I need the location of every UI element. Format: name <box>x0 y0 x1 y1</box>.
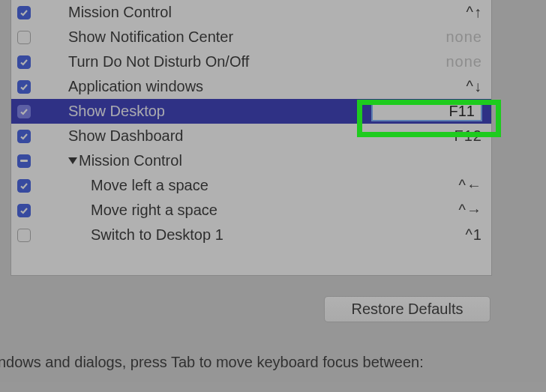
checkbox[interactable] <box>17 31 31 44</box>
checkbox[interactable] <box>17 204 31 217</box>
checkbox-mixed[interactable] <box>17 154 31 168</box>
shortcut-row-move-left[interactable]: Move left a space ^← <box>11 173 491 198</box>
row-label: Show Desktop <box>68 103 165 120</box>
checkbox[interactable] <box>17 6 31 19</box>
footer-help-text: ndows and dialogs, press Tab to move key… <box>0 354 545 371</box>
row-label: Move left a space <box>91 177 208 194</box>
checkbox[interactable] <box>17 229 31 242</box>
shortcut-key[interactable]: ^↓ <box>422 78 482 95</box>
shortcut-row-dnd[interactable]: Turn Do Not Disturb On/Off none <box>11 49 491 74</box>
row-label: Show Dashboard <box>68 127 183 145</box>
checkbox[interactable] <box>17 130 31 143</box>
shortcut-key[interactable]: F12 <box>422 127 482 145</box>
checkbox[interactable] <box>17 55 31 69</box>
shortcut-input[interactable] <box>371 101 482 121</box>
shortcut-row-show-dashboard[interactable]: Show Dashboard F12 <box>11 124 491 148</box>
shortcut-row-app-windows[interactable]: Application windows ^↓ <box>11 74 491 99</box>
shortcut-row-move-right[interactable]: Move right a space ^→ <box>11 198 491 223</box>
shortcut-row-show-desktop[interactable]: Show Desktop <box>11 99 491 124</box>
shortcut-key[interactable]: none <box>422 28 482 46</box>
row-label: Turn Do Not Disturb On/Off <box>68 53 249 70</box>
checkbox[interactable] <box>17 105 31 118</box>
group-label: Mission Control <box>79 152 182 169</box>
row-label: Move right a space <box>91 202 218 219</box>
shortcut-group-mission-control[interactable]: Mission Control <box>11 148 491 173</box>
shortcut-row-mission-control[interactable]: Mission Control ^↑ <box>11 0 491 25</box>
row-label: Switch to Desktop 1 <box>91 226 224 244</box>
row-label: Mission Control <box>68 4 172 21</box>
disclosure-triangle-icon[interactable] <box>68 157 77 164</box>
shortcut-key[interactable]: ^1 <box>422 226 482 244</box>
checkbox[interactable] <box>17 80 31 94</box>
restore-defaults-button[interactable]: Restore Defaults <box>324 296 490 322</box>
shortcut-row-notification-center[interactable]: Show Notification Center none <box>11 25 491 49</box>
shortcuts-panel: Mission Control ^↑ Show Notification Cen… <box>10 0 492 276</box>
shortcut-key[interactable]: ^→ <box>422 202 482 219</box>
row-label: Show Notification Center <box>68 28 233 46</box>
row-label: Application windows <box>68 78 203 95</box>
checkbox[interactable] <box>17 179 31 193</box>
shortcut-row-switch-desktop-1[interactable]: Switch to Desktop 1 ^1 <box>11 223 491 247</box>
shortcut-key[interactable]: ^↑ <box>422 4 482 21</box>
shortcut-key[interactable]: ^← <box>422 177 482 194</box>
shortcut-key[interactable]: none <box>422 53 482 70</box>
